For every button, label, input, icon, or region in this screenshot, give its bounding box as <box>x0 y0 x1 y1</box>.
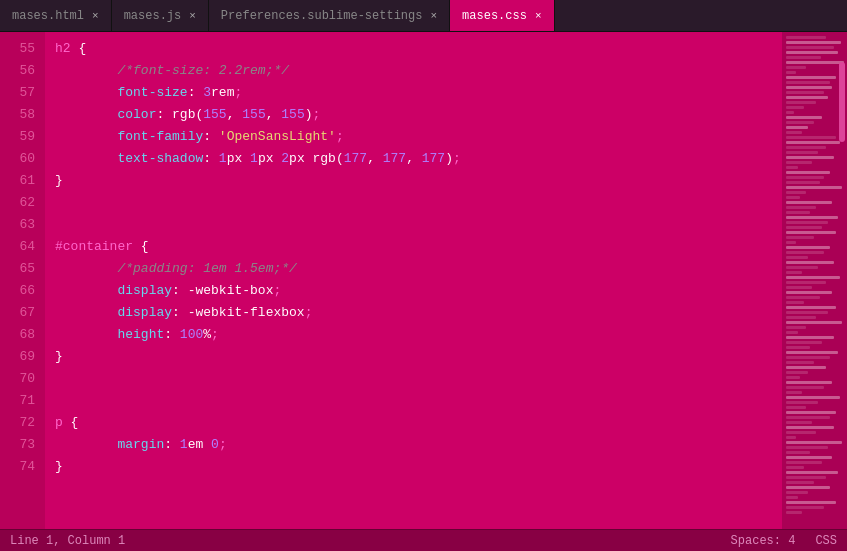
status-language: CSS <box>815 534 837 548</box>
code-line <box>55 192 772 214</box>
tab-label: mases.html <box>12 9 84 23</box>
tab-label: mases.js <box>124 9 182 23</box>
tab-mases-js[interactable]: mases.js × <box>112 0 209 31</box>
minimap-content <box>782 32 847 518</box>
code-line: display : -webkit-flexbox ; <box>55 302 772 324</box>
minimap-scrollbar[interactable] <box>839 62 845 142</box>
tab-close-icon[interactable]: × <box>535 10 542 22</box>
code-line: text-shadow : 1 px 1 px 2 px rgb( 177 , … <box>55 148 772 170</box>
line-numbers: 55 56 57 58 59 60 61 62 63 64 65 66 67 6… <box>0 32 45 529</box>
minimap <box>782 32 847 529</box>
status-bar: Line 1, Column 1 Spaces: 4 CSS <box>0 529 847 551</box>
tab-mases-html[interactable]: mases.html × <box>0 0 112 31</box>
code-line: margin : 1 em 0 ; <box>55 434 772 456</box>
code-line: p { <box>55 412 772 434</box>
status-spaces: Spaces: 4 <box>731 534 796 548</box>
code-line: height : 100 % ; <box>55 324 772 346</box>
tab-preferences[interactable]: Preferences.sublime-settings × <box>209 0 450 31</box>
code-line: } <box>55 346 772 368</box>
tab-close-icon[interactable]: × <box>189 10 196 22</box>
code-line: /*font-size: 2.2rem;*/ <box>55 60 772 82</box>
tab-close-icon[interactable]: × <box>92 10 99 22</box>
code-line: } <box>55 170 772 192</box>
status-position: Line 1, Column 1 <box>10 534 731 548</box>
code-line: /*padding: 1em 1.5em;*/ <box>55 258 772 280</box>
code-line: font-size : 3 rem ; <box>55 82 772 104</box>
code-line: # container { <box>55 236 772 258</box>
editor-window: mases.html × mases.js × Preferences.subl… <box>0 0 847 551</box>
code-content[interactable]: h2 { /*font-size: 2.2rem;*/ font-size : … <box>45 32 782 529</box>
code-line: display : -webkit-box ; <box>55 280 772 302</box>
tab-label: mases.css <box>462 9 527 23</box>
status-right: Spaces: 4 CSS <box>731 534 837 548</box>
code-line <box>55 214 772 236</box>
tab-bar: mases.html × mases.js × Preferences.subl… <box>0 0 847 32</box>
code-line <box>55 368 772 390</box>
code-line <box>55 390 772 412</box>
code-line: color : rgb( 155 , 155 , 155 ) ; <box>55 104 772 126</box>
code-line: h2 { <box>55 38 772 60</box>
tab-mases-css[interactable]: mases.css × <box>450 0 554 31</box>
code-line: font-family : 'OpenSansLight' ; <box>55 126 772 148</box>
code-line: } <box>55 456 772 478</box>
tab-label: Preferences.sublime-settings <box>221 9 423 23</box>
editor-area: 55 56 57 58 59 60 61 62 63 64 65 66 67 6… <box>0 32 847 529</box>
tab-close-icon[interactable]: × <box>430 10 437 22</box>
